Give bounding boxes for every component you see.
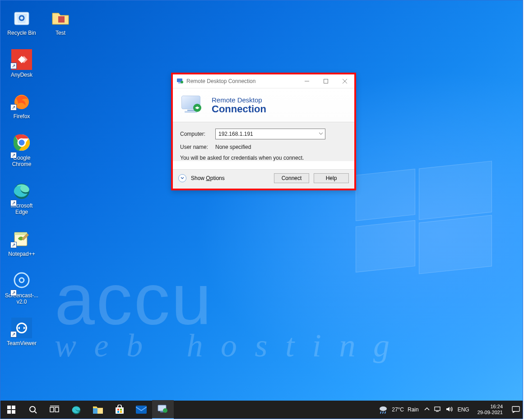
svg-rect-8: [14, 232, 27, 235]
shortcut-arrow-icon: ↗: [10, 242, 17, 248]
start-button[interactable]: [0, 401, 22, 419]
weather-rain-icon: [378, 405, 388, 414]
wallpaper-windows-logo: [356, 158, 496, 271]
icon-label: Recycle Bin: [4, 30, 39, 36]
edge-icon: [71, 404, 82, 415]
taskbar-app-rdc[interactable]: [152, 400, 174, 419]
search-icon: [28, 405, 37, 414]
svg-point-26: [30, 406, 35, 412]
svg-rect-35: [117, 411, 119, 413]
computer-combobox[interactable]: 192.168.1.191: [215, 129, 325, 139]
chevron-down-icon: [319, 131, 323, 137]
chrome-icon: [11, 132, 32, 153]
icon-label: AnyDesk: [4, 72, 39, 78]
window-close-button[interactable]: [335, 74, 354, 88]
svg-rect-32: [116, 407, 124, 414]
recycle-bin-icon: [11, 7, 32, 28]
username-label: User name:: [180, 144, 211, 150]
icon-label: TeamViewer: [4, 340, 39, 346]
weather-cond: Rain: [408, 406, 419, 413]
help-button[interactable]: Help: [314, 173, 349, 183]
icon-label: Google Chrome: [4, 155, 39, 167]
rdc-hero-icon: [180, 93, 205, 117]
taskbar-clock[interactable]: 16:24 29-09-2021: [478, 404, 503, 415]
icon-label: Firefox: [4, 113, 39, 120]
task-view-button[interactable]: [44, 401, 65, 419]
desktop-icon-recycle-bin[interactable]: Recycle Bin: [4, 7, 39, 36]
icon-label: Screencast-... v2.0: [4, 292, 39, 305]
desktop-icon-anydesk[interactable]: ↗ AnyDesk: [4, 49, 39, 78]
remote-desktop-connection-window[interactable]: Remote Desktop Connection Remote Desktop…: [171, 73, 356, 190]
rdc-icon: [158, 404, 168, 414]
svg-rect-16: [324, 79, 328, 83]
shortcut-arrow-icon: ↗: [10, 63, 17, 69]
svg-rect-31: [93, 408, 97, 414]
svg-rect-23: [12, 406, 15, 409]
shortcut-arrow-icon: ↗: [10, 104, 17, 111]
svg-rect-14: [178, 83, 181, 83]
svg-rect-33: [117, 409, 119, 411]
tray-volume-icon[interactable]: [446, 406, 453, 414]
taskbar-app-microsoft-store[interactable]: [109, 401, 130, 419]
icon-label: Test: [43, 30, 78, 36]
rdc-hero-banner: Remote Desktop Connection: [173, 88, 354, 122]
svg-point-10: [19, 278, 24, 282]
svg-rect-43: [512, 406, 519, 411]
username-value: None specified: [215, 144, 251, 150]
window-titlebar[interactable]: Remote Desktop Connection: [173, 74, 354, 88]
window-minimize-button[interactable]: [297, 74, 316, 88]
clock-date: 29-09-2021: [478, 410, 503, 415]
computer-value: 192.168.1.191: [218, 131, 253, 137]
desktop-icon-firefox[interactable]: ↗ Firefox: [4, 91, 39, 120]
taskbar-app-mail[interactable]: [130, 401, 152, 419]
svg-rect-37: [136, 406, 147, 414]
tray-network-icon[interactable]: [434, 406, 441, 414]
connect-button[interactable]: Connect: [274, 173, 309, 183]
task-view-icon: [50, 406, 60, 414]
folder-icon: [50, 7, 71, 28]
icon-label: Microsoft Edge: [4, 203, 39, 215]
folder-icon: [93, 405, 103, 415]
svg-rect-1: [58, 16, 65, 23]
tray-language-indicator[interactable]: ENG: [458, 406, 469, 413]
show-options-toggle-icon[interactable]: [178, 174, 186, 182]
desktop-icon-edge[interactable]: ↗ Microsoft Edge: [4, 180, 39, 215]
svg-point-15: [181, 81, 183, 83]
rdc-titlebar-icon: [176, 77, 184, 86]
svg-rect-24: [7, 410, 11, 414]
clock-time: 16:24: [478, 404, 503, 410]
search-button[interactable]: [22, 401, 44, 419]
shortcut-arrow-icon: ↗: [10, 200, 17, 206]
desktop-icon-chrome[interactable]: ↗ Google Chrome: [4, 132, 39, 167]
taskbar[interactable]: 27°C Rain ENG 16:24 29-09-2021: [0, 401, 523, 419]
window-title: Remote Desktop Connection: [186, 78, 255, 84]
credentials-hint: You will be asked for credentials when y…: [180, 155, 347, 161]
desktop-icon-teamviewer[interactable]: ↗ TeamViewer: [4, 318, 39, 346]
windows-logo-icon: [7, 406, 15, 414]
weather-widget[interactable]: 27°C Rain: [378, 405, 419, 414]
shortcut-arrow-icon: ↗: [10, 152, 17, 158]
desktop-icon-test-folder[interactable]: Test: [43, 7, 78, 36]
mail-icon: [136, 406, 147, 414]
desktop-icon-notepadpp[interactable]: ↗ Notepad++: [4, 228, 39, 257]
desktop-icon-screencast[interactable]: ↗ Screencast-... v2.0: [4, 270, 39, 305]
svg-point-9: [14, 273, 29, 287]
icon-label: Notepad++: [4, 251, 39, 257]
taskbar-app-edge[interactable]: [65, 401, 87, 419]
action-center-button[interactable]: [511, 401, 521, 419]
svg-point-40: [163, 408, 167, 413]
shortcut-arrow-icon: ↗: [10, 331, 17, 337]
tray-chevron-up-icon[interactable]: [424, 406, 430, 413]
store-icon: [115, 405, 125, 415]
desktop[interactable]: accu web hosting Recycle Bin Test ↗ AnyD…: [0, 0, 523, 419]
svg-rect-19: [187, 110, 195, 111]
shortcut-arrow-icon: ↗: [10, 290, 17, 296]
screencast-icon: [11, 270, 32, 291]
notification-icon: [512, 406, 520, 413]
computer-label: Computer:: [180, 131, 211, 137]
svg-rect-36: [120, 411, 122, 413]
window-maximize-button[interactable]: [316, 74, 335, 88]
show-options-link[interactable]: Show Options: [191, 175, 225, 181]
svg-rect-28: [55, 407, 59, 412]
taskbar-app-file-explorer[interactable]: [87, 401, 109, 419]
